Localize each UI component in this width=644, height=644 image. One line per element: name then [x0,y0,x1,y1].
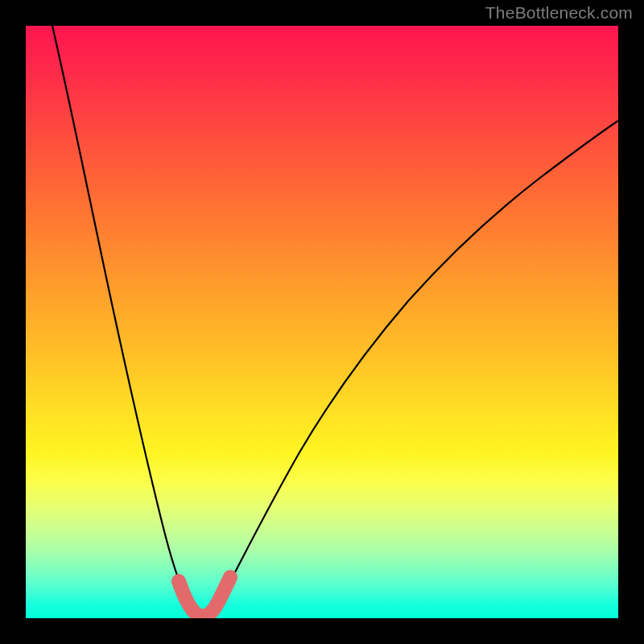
chart-frame: TheBottleneck.com [0,0,644,644]
bottleneck-curve [52,26,618,616]
highlight-bottom [179,577,230,616]
curve-layer [26,26,618,618]
plot-area [26,26,618,618]
watermark-text: TheBottleneck.com [485,3,633,23]
